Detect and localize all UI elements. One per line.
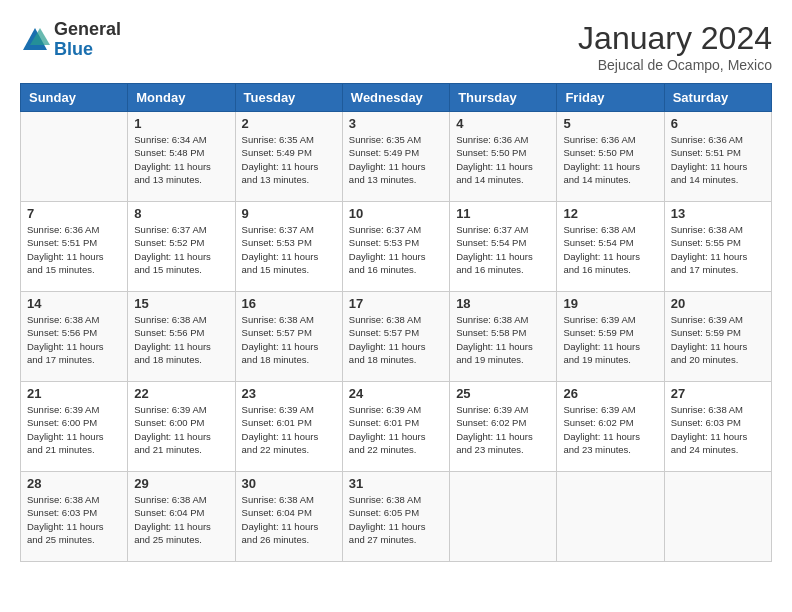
day-number: 30 — [242, 476, 336, 491]
calendar-day-cell: 7Sunrise: 6:36 AM Sunset: 5:51 PM Daylig… — [21, 202, 128, 292]
day-detail: Sunrise: 6:38 AM Sunset: 5:56 PM Dayligh… — [134, 313, 228, 366]
day-detail: Sunrise: 6:35 AM Sunset: 5:49 PM Dayligh… — [242, 133, 336, 186]
calendar-day-cell: 15Sunrise: 6:38 AM Sunset: 5:56 PM Dayli… — [128, 292, 235, 382]
day-number: 25 — [456, 386, 550, 401]
day-number: 19 — [563, 296, 657, 311]
day-detail: Sunrise: 6:38 AM Sunset: 5:57 PM Dayligh… — [242, 313, 336, 366]
calendar-day-cell — [450, 472, 557, 562]
day-detail: Sunrise: 6:36 AM Sunset: 5:51 PM Dayligh… — [27, 223, 121, 276]
day-number: 9 — [242, 206, 336, 221]
logo-icon — [20, 25, 50, 55]
calendar-day-cell: 9Sunrise: 6:37 AM Sunset: 5:53 PM Daylig… — [235, 202, 342, 292]
day-detail: Sunrise: 6:36 AM Sunset: 5:50 PM Dayligh… — [563, 133, 657, 186]
day-number: 3 — [349, 116, 443, 131]
day-number: 28 — [27, 476, 121, 491]
day-detail: Sunrise: 6:37 AM Sunset: 5:54 PM Dayligh… — [456, 223, 550, 276]
month-year-title: January 2024 — [578, 20, 772, 57]
calendar-day-cell: 26Sunrise: 6:39 AM Sunset: 6:02 PM Dayli… — [557, 382, 664, 472]
day-detail: Sunrise: 6:35 AM Sunset: 5:49 PM Dayligh… — [349, 133, 443, 186]
day-detail: Sunrise: 6:38 AM Sunset: 5:54 PM Dayligh… — [563, 223, 657, 276]
calendar-day-cell: 27Sunrise: 6:38 AM Sunset: 6:03 PM Dayli… — [664, 382, 771, 472]
calendar-day-cell: 22Sunrise: 6:39 AM Sunset: 6:00 PM Dayli… — [128, 382, 235, 472]
weekday-header: Monday — [128, 84, 235, 112]
calendar-day-cell: 20Sunrise: 6:39 AM Sunset: 5:59 PM Dayli… — [664, 292, 771, 382]
calendar-week-row: 14Sunrise: 6:38 AM Sunset: 5:56 PM Dayli… — [21, 292, 772, 382]
day-number: 11 — [456, 206, 550, 221]
calendar-day-cell: 3Sunrise: 6:35 AM Sunset: 5:49 PM Daylig… — [342, 112, 449, 202]
calendar-table: SundayMondayTuesdayWednesdayThursdayFrid… — [20, 83, 772, 562]
day-detail: Sunrise: 6:38 AM Sunset: 5:56 PM Dayligh… — [27, 313, 121, 366]
location-subtitle: Bejucal de Ocampo, Mexico — [578, 57, 772, 73]
day-detail: Sunrise: 6:37 AM Sunset: 5:52 PM Dayligh… — [134, 223, 228, 276]
day-number: 6 — [671, 116, 765, 131]
calendar-day-cell: 21Sunrise: 6:39 AM Sunset: 6:00 PM Dayli… — [21, 382, 128, 472]
calendar-week-row: 7Sunrise: 6:36 AM Sunset: 5:51 PM Daylig… — [21, 202, 772, 292]
day-number: 29 — [134, 476, 228, 491]
calendar-day-cell: 28Sunrise: 6:38 AM Sunset: 6:03 PM Dayli… — [21, 472, 128, 562]
day-number: 21 — [27, 386, 121, 401]
day-number: 16 — [242, 296, 336, 311]
day-number: 13 — [671, 206, 765, 221]
day-detail: Sunrise: 6:39 AM Sunset: 6:02 PM Dayligh… — [456, 403, 550, 456]
logo-general-text: General — [54, 20, 121, 40]
weekday-header: Tuesday — [235, 84, 342, 112]
calendar-day-cell: 2Sunrise: 6:35 AM Sunset: 5:49 PM Daylig… — [235, 112, 342, 202]
calendar-day-cell: 16Sunrise: 6:38 AM Sunset: 5:57 PM Dayli… — [235, 292, 342, 382]
logo-blue-text: Blue — [54, 40, 121, 60]
weekday-header: Thursday — [450, 84, 557, 112]
weekday-header: Friday — [557, 84, 664, 112]
calendar-day-cell: 6Sunrise: 6:36 AM Sunset: 5:51 PM Daylig… — [664, 112, 771, 202]
day-number: 27 — [671, 386, 765, 401]
day-detail: Sunrise: 6:39 AM Sunset: 6:00 PM Dayligh… — [27, 403, 121, 456]
calendar-week-row: 28Sunrise: 6:38 AM Sunset: 6:03 PM Dayli… — [21, 472, 772, 562]
calendar-day-cell — [21, 112, 128, 202]
calendar-day-cell: 14Sunrise: 6:38 AM Sunset: 5:56 PM Dayli… — [21, 292, 128, 382]
day-detail: Sunrise: 6:37 AM Sunset: 5:53 PM Dayligh… — [242, 223, 336, 276]
calendar-day-cell: 23Sunrise: 6:39 AM Sunset: 6:01 PM Dayli… — [235, 382, 342, 472]
day-number: 17 — [349, 296, 443, 311]
day-detail: Sunrise: 6:38 AM Sunset: 6:03 PM Dayligh… — [671, 403, 765, 456]
day-number: 18 — [456, 296, 550, 311]
day-number: 5 — [563, 116, 657, 131]
calendar-day-cell: 30Sunrise: 6:38 AM Sunset: 6:04 PM Dayli… — [235, 472, 342, 562]
day-detail: Sunrise: 6:38 AM Sunset: 6:04 PM Dayligh… — [134, 493, 228, 546]
calendar-week-row: 21Sunrise: 6:39 AM Sunset: 6:00 PM Dayli… — [21, 382, 772, 472]
calendar-day-cell: 4Sunrise: 6:36 AM Sunset: 5:50 PM Daylig… — [450, 112, 557, 202]
calendar-day-cell: 13Sunrise: 6:38 AM Sunset: 5:55 PM Dayli… — [664, 202, 771, 292]
day-number: 24 — [349, 386, 443, 401]
day-detail: Sunrise: 6:36 AM Sunset: 5:51 PM Dayligh… — [671, 133, 765, 186]
day-detail: Sunrise: 6:39 AM Sunset: 6:01 PM Dayligh… — [242, 403, 336, 456]
day-number: 7 — [27, 206, 121, 221]
calendar-day-cell: 19Sunrise: 6:39 AM Sunset: 5:59 PM Dayli… — [557, 292, 664, 382]
calendar-day-cell: 10Sunrise: 6:37 AM Sunset: 5:53 PM Dayli… — [342, 202, 449, 292]
day-number: 10 — [349, 206, 443, 221]
day-number: 20 — [671, 296, 765, 311]
day-number: 15 — [134, 296, 228, 311]
day-detail: Sunrise: 6:39 AM Sunset: 6:00 PM Dayligh… — [134, 403, 228, 456]
calendar-week-row: 1Sunrise: 6:34 AM Sunset: 5:48 PM Daylig… — [21, 112, 772, 202]
calendar-header-row: SundayMondayTuesdayWednesdayThursdayFrid… — [21, 84, 772, 112]
calendar-day-cell: 25Sunrise: 6:39 AM Sunset: 6:02 PM Dayli… — [450, 382, 557, 472]
day-number: 23 — [242, 386, 336, 401]
day-number: 14 — [27, 296, 121, 311]
weekday-header: Saturday — [664, 84, 771, 112]
title-block: January 2024 Bejucal de Ocampo, Mexico — [578, 20, 772, 73]
day-detail: Sunrise: 6:38 AM Sunset: 6:05 PM Dayligh… — [349, 493, 443, 546]
calendar-day-cell — [664, 472, 771, 562]
day-detail: Sunrise: 6:38 AM Sunset: 5:57 PM Dayligh… — [349, 313, 443, 366]
calendar-day-cell: 17Sunrise: 6:38 AM Sunset: 5:57 PM Dayli… — [342, 292, 449, 382]
day-detail: Sunrise: 6:36 AM Sunset: 5:50 PM Dayligh… — [456, 133, 550, 186]
day-detail: Sunrise: 6:37 AM Sunset: 5:53 PM Dayligh… — [349, 223, 443, 276]
day-number: 31 — [349, 476, 443, 491]
calendar-day-cell: 12Sunrise: 6:38 AM Sunset: 5:54 PM Dayli… — [557, 202, 664, 292]
day-number: 26 — [563, 386, 657, 401]
day-number: 1 — [134, 116, 228, 131]
day-detail: Sunrise: 6:34 AM Sunset: 5:48 PM Dayligh… — [134, 133, 228, 186]
day-detail: Sunrise: 6:39 AM Sunset: 5:59 PM Dayligh… — [671, 313, 765, 366]
calendar-day-cell: 18Sunrise: 6:38 AM Sunset: 5:58 PM Dayli… — [450, 292, 557, 382]
day-detail: Sunrise: 6:38 AM Sunset: 5:58 PM Dayligh… — [456, 313, 550, 366]
weekday-header: Wednesday — [342, 84, 449, 112]
calendar-day-cell: 5Sunrise: 6:36 AM Sunset: 5:50 PM Daylig… — [557, 112, 664, 202]
page-header: General Blue January 2024 Bejucal de Oca… — [20, 20, 772, 73]
calendar-day-cell: 8Sunrise: 6:37 AM Sunset: 5:52 PM Daylig… — [128, 202, 235, 292]
